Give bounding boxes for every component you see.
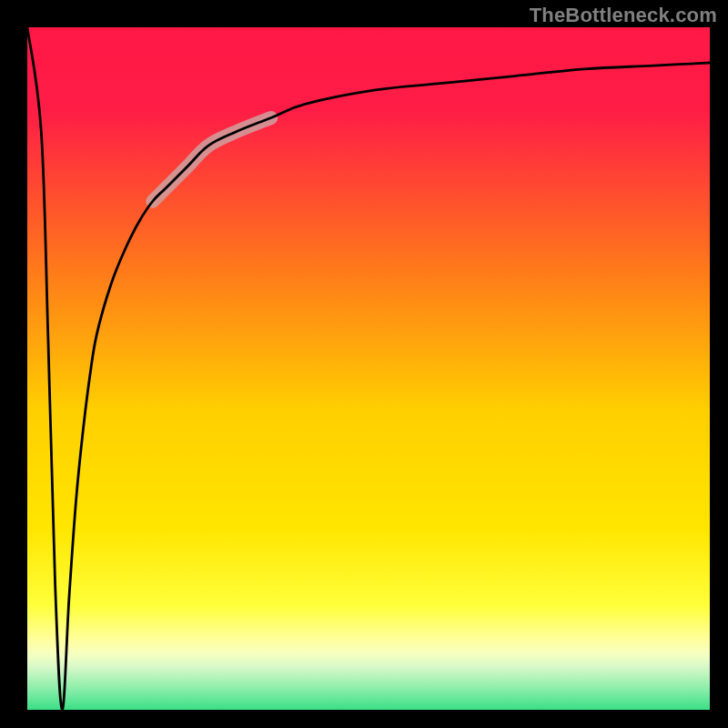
plot-background [27,27,723,723]
bottleneck-chart [0,0,728,728]
attribution-label: TheBottleneck.com [530,4,717,27]
chart-container: TheBottleneck.com [0,0,728,728]
